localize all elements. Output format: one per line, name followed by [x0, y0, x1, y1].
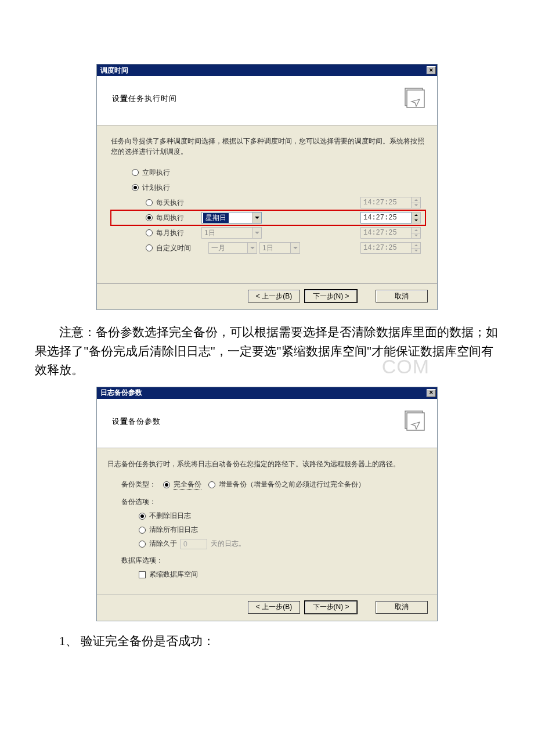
close-button[interactable]: ✕ — [427, 66, 436, 74]
wizard-icon-2 — [403, 409, 428, 434]
cancel-button[interactable]: 取消 — [376, 290, 428, 303]
clear-all-label: 清除所有旧日志 — [149, 525, 198, 535]
radio-scheduled-row: 计划执行 — [111, 180, 425, 195]
days-input[interactable]: 0 — [181, 539, 207, 549]
month-dropdown[interactable]: 一月 — [208, 242, 257, 254]
daily-label: 每天执行 — [156, 198, 184, 208]
radio-custom[interactable] — [146, 244, 153, 251]
customday-dropdown[interactable]: 1日 — [259, 242, 300, 254]
customday-dropdown-btn[interactable] — [290, 243, 300, 253]
radio-custom-row: 自定义时间 一月 1日 14:27:25 — [111, 240, 425, 255]
customday-value: 1日 — [261, 243, 275, 253]
header2-title: 设置备份参数 — [112, 416, 161, 427]
radio-scheduled[interactable] — [132, 184, 139, 191]
radio-weekly[interactable] — [146, 214, 153, 221]
log-backup-dialog: 日志备份参数 ✕ 设置备份参数 日志备份任务执行时，系统将日志自动备份在您指定的… — [96, 387, 438, 621]
monthday-value: 1日 — [203, 228, 217, 238]
monthday-dropdown-btn[interactable] — [252, 228, 261, 238]
opt-clear-days-row: 清除久于 0 天的日志。 — [111, 537, 425, 551]
monthly-label: 每月执行 — [156, 228, 184, 238]
back-button[interactable]: < 上一步(B) — [248, 290, 300, 303]
custom-label: 自定义时间 — [156, 243, 191, 253]
dialog-titlebar: 调度时间 ✕ — [97, 64, 437, 76]
monthday-dropdown[interactable]: 1日 — [201, 227, 262, 239]
radio-immediate[interactable] — [132, 169, 139, 176]
immediate-label: 立即执行 — [142, 168, 170, 178]
daily-time-spinner[interactable] — [412, 197, 421, 208]
monthly-time-input[interactable]: 14:27:25 — [360, 227, 412, 239]
compact-row: 紧缩数据库空间 — [111, 568, 425, 582]
keep-logs-label: 不删除旧日志 — [149, 511, 191, 521]
compact-label: 紧缩数据库空间 — [149, 570, 198, 579]
dialog2-titlebar: 日志备份参数 ✕ — [97, 387, 437, 399]
clear-days-pre: 清除久于 — [149, 539, 177, 549]
scheduled-label: 计划执行 — [142, 183, 170, 193]
weekly-time-spinner[interactable] — [412, 212, 421, 224]
cancel-button-2[interactable]: 取消 — [376, 601, 428, 614]
radio-immediate-row: 立即执行 — [111, 165, 425, 180]
custom-time-spinner[interactable] — [412, 242, 421, 254]
dialog-footer: < 上一步(B) 下一步(N) > 取消 — [97, 283, 437, 309]
dialog-body: 任务向导提供了多种调度时间选择，根据以下多种调度时间，您可以选择需要的调度时间。… — [97, 125, 437, 283]
dialog-header: 设置任务执行时间 — [97, 76, 437, 125]
weekday-value: 星期日 — [203, 213, 229, 223]
opt-clear-all-row: 清除所有旧日志 — [111, 523, 425, 537]
schedule-time-dialog: 调度时间 ✕ 设置任务执行时间 任务向导提供了多种调度时间选择，根据以下多种调度… — [96, 64, 438, 310]
radio-incremental-backup[interactable] — [208, 481, 215, 488]
dialog2-description: 日志备份任务执行时，系统将日志自动备份在您指定的路径下。该路径为远程服务器上的路… — [107, 459, 425, 469]
radio-clear-all[interactable] — [139, 527, 146, 534]
note-paragraph: 注意：备份参数选择完全备份，可以根据需要选择是否清除数据库里面的数据；如果选择了… — [35, 323, 499, 380]
incremental-backup-label: 增量备份（增量备份之前必须进行过完全备份） — [219, 480, 365, 489]
db-options-label: 数据库选项： — [121, 556, 425, 566]
clear-days-post: 天的日志。 — [211, 539, 246, 549]
radio-keep-logs[interactable] — [139, 513, 146, 520]
type-label: 备份类型： — [121, 480, 156, 489]
backup-options-label: 备份选项： — [121, 497, 425, 507]
backup-type-row: 备份类型： 完全备份 增量备份（增量备份之前必须进行过完全备份） — [111, 477, 425, 492]
full-backup-label: 完全备份 — [174, 480, 201, 490]
radio-clear-days[interactable] — [139, 541, 146, 548]
month-value: 一月 — [210, 243, 226, 253]
header-title: 设置任务执行时间 — [112, 93, 177, 104]
radio-daily[interactable] — [146, 199, 153, 206]
checkbox-compact[interactable] — [139, 571, 146, 578]
close-button-2[interactable]: ✕ — [427, 389, 436, 397]
weekly-label: 每周执行 — [156, 213, 184, 223]
next-button[interactable]: 下一步(N) > — [305, 290, 357, 303]
monthly-time-spinner[interactable] — [412, 227, 421, 239]
dialog2-title: 日志备份参数 — [100, 388, 142, 398]
weekday-dropdown-btn[interactable] — [252, 213, 261, 223]
radio-full-backup[interactable] — [163, 481, 170, 488]
radio-weekly-row: 每周执行 星期日 14:27:25 — [111, 210, 425, 225]
radio-daily-row: 每天执行 14:27:25 — [111, 195, 425, 210]
back-button-2[interactable]: < 上一步(B) — [248, 601, 300, 614]
verification-step: 1、 验证完全备份是否成功： — [35, 632, 499, 651]
daily-time-input[interactable]: 14:27:25 — [360, 197, 412, 208]
weekday-dropdown[interactable]: 星期日 — [201, 212, 262, 224]
dialog2-header: 设置备份参数 — [97, 399, 437, 448]
radio-monthly-row: 每月执行 1日 14:27:25 — [111, 225, 425, 240]
custom-time-input[interactable]: 14:27:25 — [360, 242, 412, 254]
radio-monthly[interactable] — [146, 229, 153, 236]
dialog2-body: 日志备份任务执行时，系统将日志自动备份在您指定的路径下。该路径为远程服务器上的路… — [97, 448, 437, 595]
month-dropdown-btn[interactable] — [247, 243, 257, 253]
next-button-2[interactable]: 下一步(N) > — [305, 601, 357, 614]
wizard-icon — [403, 87, 428, 111]
weekly-time-input[interactable]: 14:27:25 — [360, 212, 412, 224]
dialog-title: 调度时间 — [100, 66, 128, 75]
dialog2-footer: < 上一步(B) 下一步(N) > 取消 — [97, 595, 437, 621]
dialog-description: 任务向导提供了多种调度时间选择，根据以下多种调度时间，您可以选择需要的调度时间。… — [111, 136, 425, 157]
opt-keep-row: 不删除旧日志 — [111, 509, 425, 523]
